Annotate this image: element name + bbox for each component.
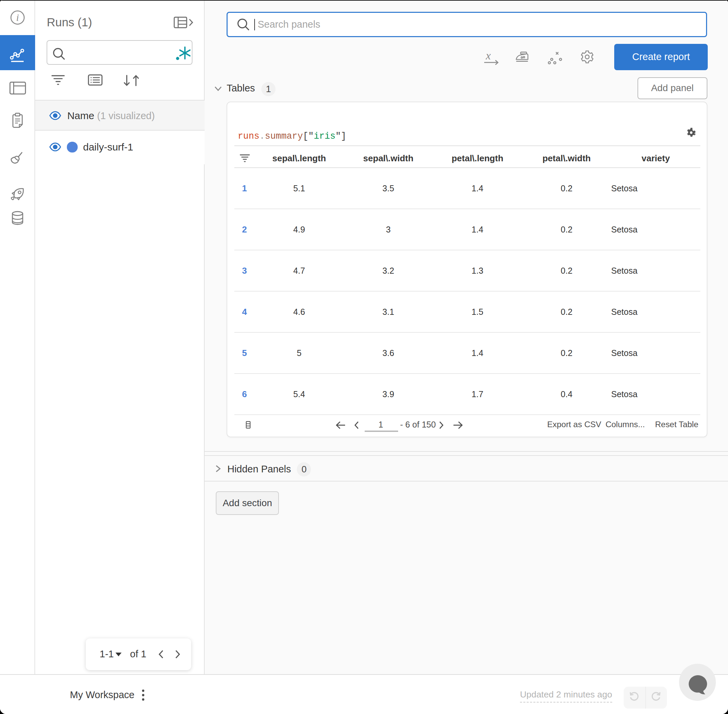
svg-text:x: x	[486, 50, 491, 62]
svg-text:i: i	[16, 12, 19, 23]
